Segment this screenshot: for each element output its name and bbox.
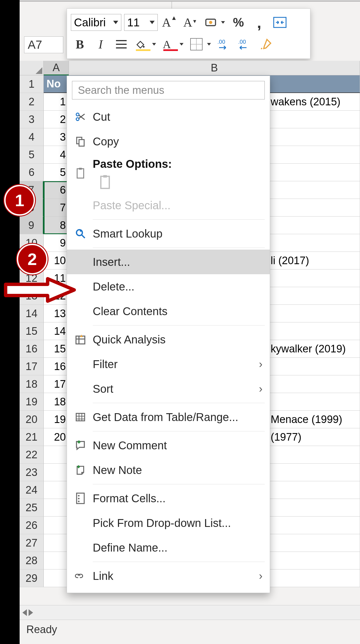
row-header[interactable]: 5 [20,146,44,164]
cell[interactable]: 17 [44,375,69,393]
row-header[interactable]: 16 [20,340,44,358]
scissors-icon [74,110,87,124]
row-header[interactable]: 6 [20,164,44,181]
menu-cut[interactable]: Cut [67,104,270,129]
menu-format-cells[interactable]: Format Cells... [67,486,270,511]
row-header[interactable]: 26 [20,517,44,534]
paste-option-icon [98,175,113,190]
cell[interactable] [44,534,69,552]
cell[interactable]: 13 [44,305,69,322]
row-header[interactable]: 21 [20,428,44,446]
row-header[interactable]: 20 [20,411,44,428]
menu-link[interactable]: Link › [67,564,270,588]
cell[interactable]: 16 [44,358,69,375]
row-header[interactable]: 17 [20,358,44,375]
cell[interactable] [44,517,69,534]
menu-search-input[interactable]: Search the menus [72,81,265,99]
cell[interactable]: 18 [44,393,69,411]
row-header[interactable]: 4 [20,128,44,146]
menu-new-note[interactable]: New Note [67,458,270,482]
menu-copy[interactable]: Copy [67,129,270,154]
cell[interactable]: 2 [44,111,69,128]
cell[interactable]: 20 [44,428,69,446]
font-color-button[interactable]: A [161,35,185,53]
menu-smart-lookup[interactable]: Smart Lookup [67,221,270,246]
column-header-A[interactable]: A [44,61,69,75]
menu-sort[interactable]: Sort › [67,376,270,401]
menu-label: New Note [93,464,142,476]
accounting-format-button[interactable] [202,13,227,31]
cell[interactable] [44,569,69,587]
cell[interactable]: 19 [44,411,69,428]
italic-button[interactable]: I [92,35,110,53]
select-all-corner[interactable] [20,61,44,75]
cell[interactable]: 5 [44,164,69,181]
horizontal-scrollbar[interactable] [20,605,360,620]
menu-pick-from-list[interactable]: Pick From Drop-down List... [67,511,270,535]
decrease-decimal-button[interactable]: .00 [236,35,254,53]
cell-text-tail: Menace (1999) [271,413,342,426]
row-header[interactable]: 27 [20,534,44,552]
menu-paste-options: Paste Options: [67,154,270,193]
cell[interactable]: 9 [44,234,69,252]
decrease-font-button[interactable]: A▼ [181,13,199,31]
align-icon [115,39,127,49]
column-header-B[interactable]: B [69,61,360,75]
menu-filter[interactable]: Filter › [67,352,270,376]
cell[interactable]: 15 [44,340,69,358]
increase-decimal-button[interactable]: .00 [215,35,233,53]
row-header[interactable]: 2 [20,93,44,111]
increase-font-button[interactable]: A▲ [161,13,178,31]
align-button[interactable] [112,35,130,53]
name-box-value: A7 [28,38,42,52]
name-box[interactable]: A7 [24,36,63,53]
row-header[interactable]: 9 [20,217,44,234]
row-header[interactable]: 15 [20,322,44,340]
cell[interactable]: 7 [44,199,69,217]
cell[interactable]: 1 [44,93,69,111]
cell[interactable]: 3 [44,128,69,146]
scroll-left-icon[interactable] [22,609,27,616]
cell[interactable] [44,552,69,569]
bold-button[interactable]: B [71,35,89,53]
format-painter-button[interactable] [257,35,275,53]
cell[interactable]: No [44,75,69,93]
font-name-combo[interactable]: Calibri [71,14,121,31]
row-header[interactable]: 3 [20,111,44,128]
row-header[interactable]: 18 [20,375,44,393]
row-header[interactable]: 29 [20,569,44,587]
cell[interactable]: 4 [44,146,69,164]
chevron-down-icon [207,43,211,46]
cell[interactable]: 6 [44,181,69,199]
row-header[interactable]: 28 [20,552,44,569]
row-header[interactable]: 1 [20,75,44,93]
menu-define-name[interactable]: Define Name... [67,535,270,560]
merge-center-button[interactable] [271,13,289,31]
menu-label: Pick From Drop-down List... [93,517,231,529]
menu-get-data-table[interactable]: Get Data from Table/Range... [67,405,270,429]
comma-style-button[interactable]: , [250,13,268,31]
percent-button[interactable]: % [229,13,247,31]
borders-button[interactable] [188,35,213,53]
menu-new-comment[interactable]: New Comment [67,433,270,458]
cell[interactable]: 8 [44,217,69,234]
cell[interactable] [44,446,69,464]
svg-point-3 [143,46,145,48]
row-header[interactable]: 25 [20,499,44,517]
row-header[interactable]: 23 [20,464,44,481]
row-header[interactable]: 14 [20,305,44,322]
row-header[interactable]: 19 [20,393,44,411]
cell[interactable] [44,481,69,499]
cell[interactable] [44,499,69,517]
menu-insert[interactable]: Insert... [67,250,270,274]
fill-color-button[interactable] [133,35,158,53]
menu-quick-analysis[interactable]: Quick Analysis [67,327,270,352]
menu-delete[interactable]: Delete... [67,274,270,299]
cell[interactable] [44,464,69,481]
menu-clear-contents[interactable]: Clear Contents [67,299,270,324]
row-header[interactable]: 24 [20,481,44,499]
scroll-right-icon[interactable] [29,609,33,616]
font-size-combo[interactable]: 11 [124,14,158,31]
cell[interactable]: 14 [44,322,69,340]
row-header[interactable]: 22 [20,446,44,464]
